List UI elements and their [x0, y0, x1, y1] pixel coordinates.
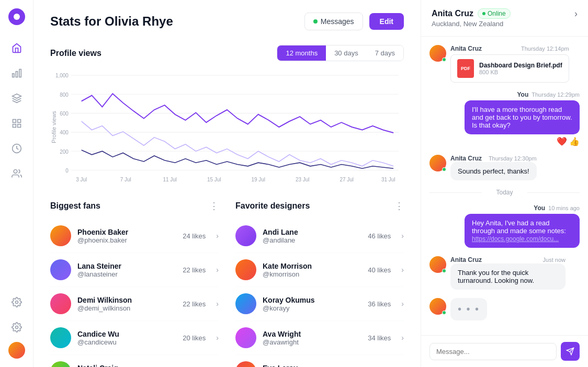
- docs-link[interactable]: https://docs.google.com/docu...: [472, 235, 559, 243]
- chat-input[interactable]: [429, 343, 557, 360]
- fan-name: Phoenix Baker: [77, 228, 176, 236]
- fan-info: Natali Craig @nat.craig: [77, 364, 176, 368]
- list-item: Candice Wu @candicewu 20 likes ›: [50, 321, 219, 355]
- online-dot: [313, 19, 318, 24]
- list-item: Andi Lane @andilane 46 likes ›: [235, 219, 404, 253]
- time-btn-30days[interactable]: 30 days: [326, 45, 367, 61]
- msg-row: • • •: [429, 298, 580, 320]
- svg-text:800: 800: [60, 91, 69, 98]
- send-button[interactable]: [561, 342, 580, 361]
- msg-row: Anita Cruz Thursday 12:30pm Sounds perfe…: [429, 155, 580, 180]
- msg-row: Anita Cruz Just now Thank you for the qu…: [429, 256, 580, 290]
- msg-reactions: ❤️ 👍: [557, 136, 580, 146]
- messages-button[interactable]: Messages: [304, 13, 363, 30]
- profile-views-title: Profile views: [50, 49, 101, 58]
- svg-text:23 Jul: 23 Jul: [296, 177, 309, 183]
- msg-meta: Anita Cruz Thursday 12:30pm: [450, 155, 537, 162]
- fan-likes: 34 likes: [368, 334, 391, 342]
- svg-text:7 Jul: 7 Jul: [120, 177, 131, 183]
- time-btn-12months[interactable]: 12 months: [277, 45, 326, 61]
- online-dot-icon: [482, 12, 485, 15]
- sidebar: [0, 0, 33, 367]
- page-title: Stats for Olivia Rhye: [50, 14, 173, 29]
- time-btn-7days[interactable]: 7 days: [367, 45, 403, 61]
- biggest-fans-more-button[interactable]: ⋮: [209, 201, 219, 211]
- chevron-right-icon[interactable]: ›: [401, 232, 404, 240]
- svg-text:31 Jul: 31 Jul: [381, 177, 395, 183]
- sidebar-item-layers[interactable]: [6, 88, 27, 109]
- typing-bubble: • • •: [450, 298, 487, 320]
- fan-name: Lana Steiner: [77, 262, 176, 270]
- list-item: Kate Morrison @kmorrison 40 likes ›: [235, 253, 404, 287]
- svg-rect-6: [13, 124, 16, 128]
- fan-name: Candice Wu: [77, 330, 176, 338]
- sidebar-item-reports[interactable]: [6, 138, 27, 159]
- msg-group: Anita Cruz Thursday 12:14pm PDF Dashboar…: [429, 45, 580, 83]
- chevron-right-icon[interactable]: ›: [216, 300, 219, 308]
- svg-text:3 Jul: 3 Jul: [76, 177, 87, 183]
- msg-sender: You: [534, 204, 545, 212]
- fan-info: Demi Wilkinson @demi_wilkinson: [77, 296, 176, 312]
- favorite-designers-more-button[interactable]: ⋮: [394, 201, 404, 211]
- edit-button[interactable]: Edit: [369, 13, 404, 30]
- avatar: [429, 45, 446, 62]
- pdf-icon: PDF: [457, 59, 474, 78]
- avatar: [429, 155, 446, 171]
- chat-header: Anita Cruz Online Auckland, New Zealand …: [421, 0, 588, 37]
- svg-point-10: [15, 301, 18, 304]
- profile-views-header: Profile views 12 months 30 days 7 days: [50, 45, 404, 61]
- sidebar-item-dashboard[interactable]: [6, 113, 27, 134]
- sidebar-item-users[interactable]: [6, 163, 27, 184]
- page-header: Stats for Olivia Rhye Messages Edit: [50, 13, 404, 30]
- fan-likes: 36 likes: [368, 300, 391, 308]
- online-badge: Online: [478, 8, 511, 19]
- msg-sender: You: [517, 91, 529, 98]
- msg-group: Anita Cruz Just now Thank you for the qu…: [429, 256, 580, 290]
- fan-likes: 22 likes: [183, 300, 206, 308]
- chat-messages: Anita Cruz Thursday 12:14pm PDF Dashboar…: [421, 37, 588, 335]
- sidebar-item-analytics[interactable]: [6, 63, 27, 84]
- msg-group-sent: You Thursday 12:29pm I'll have a more th…: [429, 91, 580, 146]
- avatar: [50, 361, 71, 367]
- fan-name: Eve Leroy: [263, 364, 361, 368]
- svg-text:200: 200: [60, 148, 69, 155]
- typing-dots: • • •: [458, 303, 480, 315]
- chart-svg: 1,000 800 600 400 200 0 3 Jul 7 Jul 11 J…: [50, 70, 404, 185]
- chat-panel: Anita Cruz Online Auckland, New Zealand …: [421, 0, 588, 367]
- fan-name: Andi Lane: [263, 228, 361, 236]
- chevron-right-icon[interactable]: ›: [401, 300, 404, 308]
- fan-info: Koray Okumus @korayy: [263, 296, 361, 312]
- avatar: [235, 327, 256, 348]
- fan-name: Natali Craig: [77, 364, 176, 368]
- chevron-right-icon[interactable]: ›: [401, 266, 404, 274]
- online-indicator-icon: [442, 311, 446, 315]
- biggest-fans-header: Biggest fans ⋮: [50, 201, 219, 211]
- list-item: Natali Craig @nat.craig 18 likes ›: [50, 355, 219, 367]
- chevron-right-icon[interactable]: ›: [216, 232, 219, 240]
- pdf-info: Dashboard Design Brief.pdf 800 KB: [479, 62, 562, 75]
- chevron-right-icon[interactable]: ›: [216, 266, 219, 274]
- fan-name: Kate Morrison: [263, 262, 361, 270]
- sidebar-item-preferences[interactable]: [6, 317, 27, 338]
- msg-group-typing: • • •: [429, 298, 580, 320]
- list-item: Demi Wilkinson @demi_wilkinson 22 likes …: [50, 287, 219, 321]
- msg-content: Anita Cruz Just now Thank you for the qu…: [450, 256, 566, 290]
- avatar: [50, 293, 71, 314]
- fan-handle: @korayy: [263, 304, 361, 312]
- sidebar-item-home[interactable]: [6, 38, 27, 59]
- svg-marker-3: [12, 94, 21, 98]
- svg-point-11: [15, 326, 18, 329]
- fan-likes: 22 likes: [183, 266, 206, 274]
- online-indicator-icon: [442, 58, 446, 62]
- msg-group-sent: You 10 mins ago Hey Anita, I've had a re…: [429, 204, 580, 248]
- chevron-right-icon[interactable]: ›: [216, 334, 219, 342]
- chevron-right-icon[interactable]: ›: [401, 334, 404, 342]
- fan-info: Eve Leroy @eve.leroy: [263, 364, 361, 368]
- svg-text:15 Jul: 15 Jul: [207, 177, 221, 183]
- chat-expand-button[interactable]: ›: [574, 8, 578, 19]
- fan-info: Phoenix Baker @phoenix.baker: [77, 228, 176, 244]
- user-avatar[interactable]: [8, 342, 25, 359]
- msg-bubble: Hey Anita, I've had a read through and m…: [465, 214, 580, 248]
- sidebar-item-settings[interactable]: [6, 292, 27, 313]
- msg-bubble: I'll have a more thorough read and get b…: [465, 100, 580, 134]
